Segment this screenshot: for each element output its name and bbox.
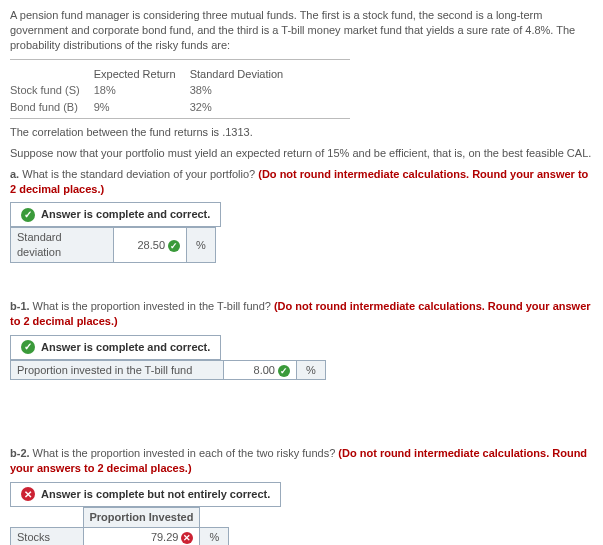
banner-correct: ✓ Answer is complete and correct. (10, 335, 221, 360)
answer-value: 28.50 (137, 239, 165, 251)
row-sd: 38% (190, 82, 298, 99)
question-b2: b-2. What is the proportion invested in … (10, 446, 593, 476)
answer-value: 8.00 (254, 364, 275, 376)
x-icon: ✕ (181, 532, 193, 544)
q-prefix: b-2. (10, 447, 30, 459)
q-text: What is the proportion invested in each … (30, 447, 339, 459)
problem-intro: A pension fund manager is considering th… (10, 8, 593, 53)
row-label: Stock fund (S) (10, 82, 94, 99)
question-a: a. What is the standard deviation of you… (10, 167, 593, 197)
check-icon: ✓ (21, 208, 35, 222)
banner-correct: ✓ Answer is complete and correct. (10, 202, 221, 227)
answer-label: Proportion invested in the T-bill fund (11, 360, 224, 380)
question-b1: b-1. What is the proportion invested in … (10, 299, 593, 329)
correlation-text: The correlation between the fund returns… (10, 125, 593, 140)
answer-table-b2: Proportion Invested Stocks 79.29✕ % Bond… (10, 507, 229, 545)
check-icon: ✓ (278, 365, 290, 377)
row-sd: 32% (190, 99, 298, 116)
divider (10, 118, 350, 119)
table-row: Bond fund (B) 9% 32% (10, 99, 297, 116)
given-table: Expected Return Standard Deviation Stock… (10, 66, 297, 117)
banner-partial: ✕ Answer is complete but not entirely co… (10, 482, 281, 507)
answer-unit: % (187, 228, 216, 263)
answer-table-b1: Proportion invested in the T-bill fund 8… (10, 360, 326, 381)
banner-text: Answer is complete and correct. (41, 340, 210, 355)
q-text: What is the standard deviation of your p… (19, 168, 258, 180)
answer-value-cell: 79.29✕ (83, 527, 200, 545)
divider (10, 59, 350, 60)
th-blank (10, 66, 94, 83)
answer-unit: % (297, 360, 326, 380)
answer-label: Standard deviation (11, 228, 114, 263)
table-row: Stocks 79.29✕ % (11, 527, 229, 545)
check-icon: ✓ (168, 240, 180, 252)
q-prefix: a. (10, 168, 19, 180)
col-header: Proportion Invested (83, 507, 200, 527)
th-standard-deviation: Standard Deviation (190, 66, 298, 83)
answer-unit: % (200, 527, 229, 545)
answer-value: 79.29 (151, 531, 179, 543)
banner-text: Answer is complete but not entirely corr… (41, 487, 270, 502)
row-return: 9% (94, 99, 190, 116)
answer-table-a: Standard deviation 28.50✓ % (10, 227, 216, 263)
row-label: Stocks (11, 527, 84, 545)
setup-text: Suppose now that your portfolio must yie… (10, 146, 593, 161)
answer-value-cell: 28.50✓ (114, 228, 187, 263)
check-icon: ✓ (21, 340, 35, 354)
row-label: Bond fund (B) (10, 99, 94, 116)
banner-text: Answer is complete and correct. (41, 207, 210, 222)
row-return: 18% (94, 82, 190, 99)
q-text: What is the proportion invested in the T… (30, 300, 274, 312)
table-row: Stock fund (S) 18% 38% (10, 82, 297, 99)
th-expected-return: Expected Return (94, 66, 190, 83)
answer-value-cell: 8.00✓ (224, 360, 297, 380)
q-prefix: b-1. (10, 300, 30, 312)
x-icon: ✕ (21, 487, 35, 501)
